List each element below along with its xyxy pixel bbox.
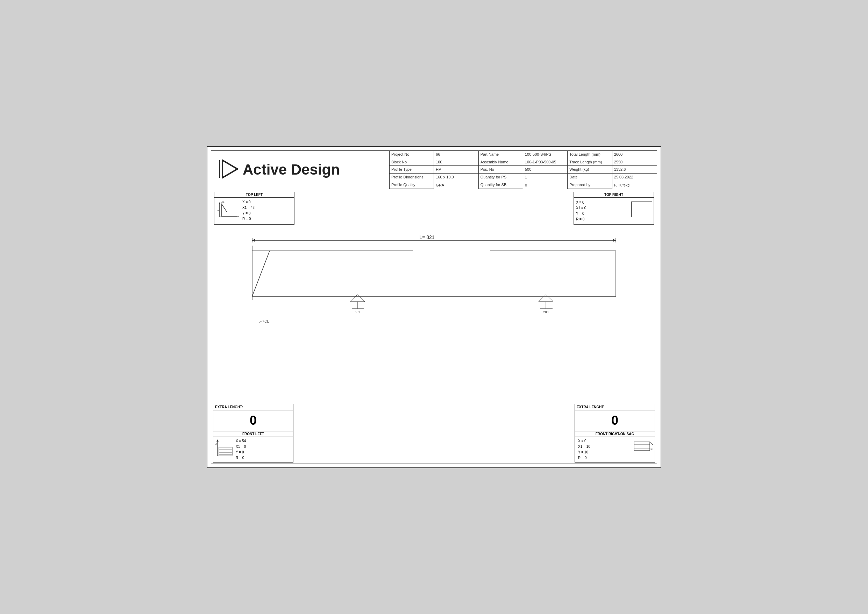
assembly-name-value: 100-1-P03-500-05 <box>523 158 567 166</box>
outer-border: Active Design Project No 66 Part Name 10… <box>211 151 657 464</box>
logo-section: Active Design <box>211 151 390 189</box>
svg-marker-1 <box>222 160 237 178</box>
svg-marker-9 <box>252 239 255 242</box>
svg-line-39 <box>650 442 653 445</box>
svg-rect-36 <box>634 442 650 451</box>
date-label: Date <box>567 174 612 181</box>
svg-line-6 <box>222 204 226 211</box>
front-right-values: X = 0 X1 = 10 Y = 10 R = 0 <box>576 438 591 461</box>
profile-type-value: HP <box>434 166 478 174</box>
top-right-box <box>631 202 652 217</box>
front-left-title: FRONT LEFT <box>213 431 293 437</box>
profile-dim-label: Profile Dimensions <box>390 174 434 181</box>
svg-text:X: X <box>215 443 217 445</box>
main-content: TOP LEFT Y <box>211 190 657 464</box>
total-length-label: Total Length (mm) <box>567 151 612 159</box>
project-no-value: 66 <box>434 151 478 159</box>
svg-line-25 <box>546 295 553 302</box>
front-left-values: X = 54 X1 = 0 Y = 0 R = 0 <box>234 438 246 461</box>
pos-no-value: 500 <box>523 166 567 174</box>
svg-line-19 <box>350 295 357 302</box>
svg-rect-0 <box>219 160 220 178</box>
info-table: Project No 66 Part Name 100-500-S4/PS To… <box>390 151 657 189</box>
front-right-diagram: X1 <box>632 438 653 458</box>
extra-length-right-value: 0 <box>575 410 655 431</box>
part-name-value: 100-500-S4/PS <box>523 151 567 159</box>
svg-marker-30 <box>217 440 219 441</box>
front-left-diagram: X <box>215 438 234 458</box>
front-right-panel: FRONT RIGHT-ON SAG X = 0 X1 = 10 Y = 10 … <box>575 431 655 463</box>
qty-sb-value: 0 <box>523 181 567 189</box>
assembly-name-label: Assembly Name <box>479 158 523 166</box>
profile-type-label: Profile Type <box>390 166 434 174</box>
svg-line-15 <box>252 251 270 296</box>
weight-label: Weight (kg) <box>567 166 612 174</box>
extra-length-right-title: EXTRA LENGHT: <box>575 404 655 410</box>
marker1-label: 631 <box>355 310 360 314</box>
extra-length-right-box: EXTRA LENGHT: 0 <box>575 404 655 431</box>
profile-quality-label: Profile Quality <box>390 181 434 189</box>
block-no-label: Block No <box>390 158 434 166</box>
profile-quality-value: GRA <box>434 181 478 189</box>
qty-ps-value: 1 <box>523 174 567 181</box>
svg-marker-3 <box>219 202 221 204</box>
top-left-values: X = 0 X1 = 43 Y = 8 R = 0 <box>240 199 254 222</box>
trace-length-label: Trace Length (mm) <box>567 158 612 166</box>
prepared-by-label: Prepared by <box>567 181 612 189</box>
svg-marker-10 <box>613 239 616 242</box>
svg-text:X1: X1 <box>651 448 654 451</box>
prepared-by-value: F. Tüfekçi <box>612 181 657 189</box>
total-length-value: 2600 <box>612 151 657 159</box>
svg-text:Y: Y <box>217 209 219 212</box>
extra-length-left-value: 0 <box>213 410 293 431</box>
top-left-diagram: Y X1 <box>216 199 240 221</box>
svg-line-24 <box>539 295 546 302</box>
top-right-values: X = 0 X1 = 0 Y = 0 R = 0 <box>576 200 586 222</box>
front-left-panel: FRONT LEFT X <box>213 431 293 463</box>
svg-text:X1: X1 <box>222 201 225 203</box>
svg-rect-33 <box>219 447 232 455</box>
svg-line-20 <box>357 295 365 302</box>
page: Active Design Project No 66 Part Name 10… <box>207 146 661 468</box>
project-no-label: Project No <box>390 151 434 159</box>
weight-value: 1332.6 <box>612 166 657 174</box>
marker2-label: 200 <box>543 310 548 314</box>
front-right-title: FRONT RIGHT-ON SAG <box>575 431 655 437</box>
logo-text: Active Design <box>243 161 340 178</box>
cl-label: .-->CL <box>259 319 269 323</box>
qty-sb-label: Quantity for SB <box>479 181 523 189</box>
extra-length-left-title: EXTRA LENGHT: <box>213 404 293 410</box>
main-drawing: L= 821 <box>222 226 646 359</box>
part-name-label: Part Name <box>479 151 523 159</box>
top-left-title: TOP LEFT <box>214 192 294 198</box>
bottom-right: EXTRA LENGHT: 0 FRONT RIGHT-ON SAG X = 0… <box>575 404 655 463</box>
top-left-panel: TOP LEFT Y <box>214 192 294 225</box>
bottom-panels: EXTRA LENGHT: 0 FRONT LEFT <box>213 404 655 463</box>
logo-icon <box>218 159 239 181</box>
trace-length-value: 2550 <box>612 158 657 166</box>
top-right-panel: TOP RIGHT X = 0 X1 = 0 Y = 0 R = 0 <box>574 192 654 225</box>
header: Active Design Project No 66 Part Name 10… <box>211 151 657 189</box>
qty-ps-label: Quantity for PS <box>479 174 523 181</box>
bottom-left: EXTRA LENGHT: 0 FRONT LEFT <box>213 404 293 463</box>
date-value: 25.03.2022 <box>612 174 657 181</box>
pos-no-label: Pos. No <box>479 166 523 174</box>
length-label: L= 821 <box>419 235 434 240</box>
extra-length-left-box: EXTRA LENGHT: 0 <box>213 404 293 431</box>
top-right-title: TOP RIGHT <box>574 192 654 198</box>
block-no-value: 100 <box>434 158 478 166</box>
profile-dim-value: 160 x 10.0 <box>434 174 478 181</box>
